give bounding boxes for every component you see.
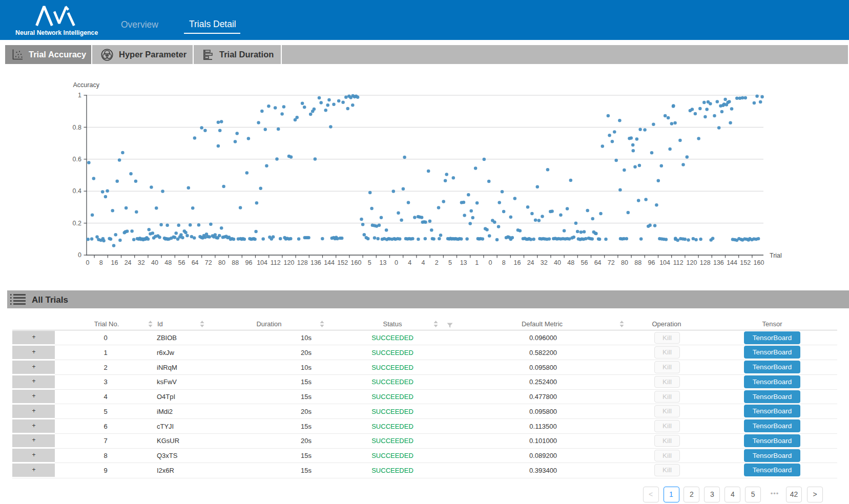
svg-text:136: 136 [310,259,321,266]
svg-text:0: 0 [86,259,90,266]
svg-text:48: 48 [567,259,574,266]
svg-text:88: 88 [634,259,641,266]
svg-text:32: 32 [138,259,145,266]
svg-text:56: 56 [581,259,588,266]
svg-text:16: 16 [513,259,521,266]
svg-text:0.8: 0.8 [73,124,81,131]
svg-text:144: 144 [727,259,737,266]
svg-text:0.2: 0.2 [73,220,81,227]
svg-text:160: 160 [754,259,764,266]
svg-text:72: 72 [205,259,212,266]
svg-text:Trial: Trial [770,252,782,259]
svg-text:24: 24 [125,259,132,266]
svg-text:13: 13 [379,259,386,266]
svg-text:80: 80 [218,259,225,266]
svg-text:48: 48 [164,259,172,266]
svg-text:64: 64 [594,259,602,266]
svg-text:136: 136 [713,259,724,266]
svg-text:5: 5 [368,259,371,266]
svg-text:128: 128 [700,259,711,266]
svg-text:152: 152 [740,259,751,266]
svg-text:0: 0 [395,259,398,266]
svg-text:0: 0 [78,251,81,259]
svg-text:104: 104 [257,259,267,266]
svg-text:104: 104 [659,259,670,266]
svg-text:56: 56 [178,259,185,266]
svg-text:1: 1 [78,92,81,99]
svg-text:24: 24 [527,259,534,266]
svg-text:120: 120 [687,259,697,266]
svg-text:64: 64 [192,259,199,266]
svg-text:5: 5 [448,259,452,266]
svg-text:4: 4 [422,259,425,266]
svg-text:160: 160 [351,259,362,266]
svg-text:2: 2 [435,259,439,266]
svg-text:32: 32 [541,259,548,266]
svg-text:152: 152 [337,259,348,266]
svg-text:40: 40 [554,259,561,266]
svg-text:88: 88 [232,259,239,266]
svg-text:8: 8 [99,259,103,266]
svg-text:80: 80 [621,259,628,266]
svg-text:96: 96 [648,259,655,266]
svg-text:0: 0 [489,259,492,266]
svg-text:128: 128 [297,259,308,266]
svg-text:0.4: 0.4 [73,187,81,195]
svg-text:112: 112 [271,259,281,266]
svg-text:72: 72 [608,259,615,266]
svg-text:96: 96 [245,259,252,266]
svg-text:0.6: 0.6 [73,156,81,163]
svg-text:13: 13 [460,259,467,266]
svg-text:Accuracy: Accuracy [73,81,100,89]
svg-text:4: 4 [408,259,411,266]
svg-text:144: 144 [324,259,335,266]
svg-text:8: 8 [502,259,506,266]
svg-text:112: 112 [673,259,684,266]
svg-text:16: 16 [111,259,118,266]
svg-text:120: 120 [284,259,295,266]
svg-text:1: 1 [475,259,479,266]
svg-text:40: 40 [151,259,158,266]
